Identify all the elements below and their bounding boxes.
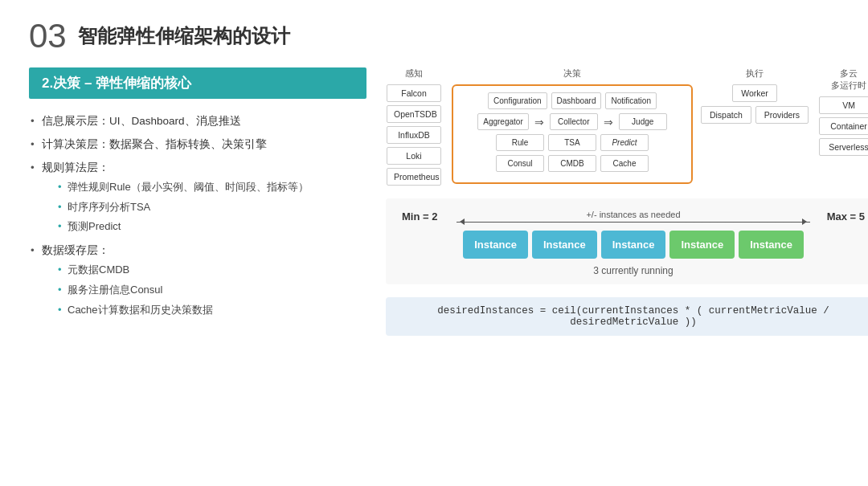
- sense-column: 感知 Falcon OpenTSDB InfluxDB Loki Prometh…: [386, 67, 442, 186]
- decide-row-1: Configuration Dashboard Notification: [460, 92, 685, 109]
- sub-item-3-1: 弹性规则Rule（最小实例、阈值、时间段、指标等）: [56, 178, 366, 198]
- max-label: Max = 5: [817, 210, 865, 223]
- min-label: Min = 2: [402, 210, 450, 223]
- decide-row-4: Consul CMDB Cache: [460, 155, 685, 172]
- execute-label: 执行: [746, 67, 764, 80]
- execute-boxes: Worker Dispatch Providers: [701, 84, 809, 124]
- sub-item-4-2: 服务注册信息Consul: [56, 280, 366, 300]
- sense-boxes: Falcon OpenTSDB InfluxDB Loki Prometheus: [387, 84, 441, 186]
- instance-5: Instance: [739, 231, 804, 259]
- sub-list-3: 弹性规则Rule（最小实例、阈值、时间段、指标等） 时序序列分析TSA 预测Pr…: [42, 178, 366, 237]
- bullet-item-3: 规则算法层： 弹性规则Rule（最小实例、阈值、时间段、指标等） 时序序列分析T…: [29, 157, 366, 239]
- sub-item-3-2: 时序序列分析TSA: [56, 198, 366, 218]
- execute-dispatch: Dispatch: [701, 106, 751, 124]
- sense-influxdb: InfluxDB: [387, 126, 441, 144]
- sense-loki: Loki: [387, 147, 441, 165]
- main-content: 2.决策 – 弹性伸缩的核心 信息展示层：UI、Dashboard、消息推送 计…: [29, 67, 839, 336]
- slide-title: 智能弹性伸缩架构的设计: [78, 23, 290, 49]
- decide-dashboard: Dashboard: [551, 92, 602, 109]
- sense-prometheus: Prometheus: [387, 168, 441, 186]
- decide-container: Configuration Dashboard Notification Agg…: [452, 84, 693, 184]
- slide-number: 03: [29, 19, 67, 53]
- decide-tsa: TSA: [548, 134, 596, 151]
- arrow-area: +/- instances as needed: [457, 210, 810, 223]
- decide-rule: Rule: [496, 134, 544, 151]
- bullet-list: 信息展示层：UI、Dashboard、消息推送 计算决策层：数据聚合、指标转换、…: [29, 110, 366, 323]
- execute-providers: Providers: [755, 106, 809, 124]
- sub-item-4-3: Cache计算数据和历史决策数据: [56, 300, 366, 321]
- sub-item-3-3: 预测Predict: [56, 217, 366, 237]
- header: 03 智能弹性伸缩架构的设计: [29, 19, 839, 53]
- decide-row-2: Aggregator ⇒ Collector ⇒ Judge: [460, 113, 685, 130]
- arch-diagram: 感知 Falcon OpenTSDB InfluxDB Loki Prometh…: [386, 67, 868, 186]
- cloud-label: 多云 多运行时: [831, 67, 866, 92]
- bullet-item-1: 信息展示层：UI、Dashboard、消息推送: [29, 110, 366, 133]
- left-panel: 2.决策 – 弹性伸缩的核心 信息展示层：UI、Dashboard、消息推送 计…: [29, 67, 366, 336]
- cloud-serverless: Serverless: [819, 138, 868, 156]
- instances-row: Instance Instance Instance Instance Inst…: [402, 231, 865, 259]
- execute-row-2: Dispatch Providers: [701, 106, 809, 124]
- right-panel: 感知 Falcon OpenTSDB InfluxDB Loki Prometh…: [386, 67, 868, 336]
- instance-2: Instance: [532, 231, 597, 259]
- cloud-vm: VM: [819, 96, 868, 114]
- instance-1: Instance: [463, 231, 528, 259]
- decide-config: Configuration: [488, 92, 547, 109]
- sense-label: 感知: [405, 67, 423, 80]
- arrow-line-container: [457, 222, 810, 223]
- decide-notification: Notification: [605, 92, 656, 109]
- decide-column: 决策 Configuration Dashboard Notification …: [452, 67, 693, 184]
- decide-label: 决策: [563, 67, 581, 80]
- execute-column: 执行 Worker Dispatch Providers: [702, 67, 807, 124]
- sub-item-4-1: 元数据CMDB: [56, 260, 366, 280]
- section-title: 2.决策 – 弹性伸缩的核心: [29, 67, 366, 99]
- cloud-container: Container: [819, 117, 868, 135]
- arrow-1: ⇒: [534, 116, 544, 129]
- execute-worker: Worker: [732, 84, 777, 102]
- decide-predict: Predict: [600, 134, 649, 151]
- instance-3: Instance: [601, 231, 666, 259]
- running-label: 3 currently running: [402, 265, 865, 276]
- cloud-column: 多云 多运行时 VM Container Serverless: [817, 67, 868, 156]
- arrow-2: ⇒: [604, 116, 613, 129]
- decide-cache: Cache: [600, 155, 649, 172]
- decide-row-3: Rule TSA Predict: [460, 134, 685, 151]
- instance-4: Instance: [669, 231, 735, 259]
- page: 03 智能弹性伸缩架构的设计 2.决策 – 弹性伸缩的核心 信息展示层：UI、D…: [0, 0, 868, 486]
- bullet-item-4: 数据缓存层： 元数据CMDB 服务注册信息Consul Cache计算数据和历史…: [29, 239, 366, 322]
- cloud-boxes: VM Container Serverless: [819, 96, 868, 156]
- decide-collector: Collector: [550, 113, 598, 130]
- sub-list-4: 元数据CMDB 服务注册信息Consul Cache计算数据和历史决策数据: [42, 260, 366, 320]
- arrow-label: +/- instances as needed: [586, 210, 680, 219]
- decide-consul: Consul: [496, 155, 544, 172]
- decide-judge: Judge: [619, 113, 667, 130]
- sense-falcon: Falcon: [387, 84, 441, 102]
- formula-box: desiredInstances = ceil(currentInstances…: [386, 297, 868, 336]
- decide-cmdb: CMDB: [548, 155, 596, 172]
- sense-opentsdb: OpenTSDB: [387, 105, 441, 123]
- scaling-diagram: Min = 2 +/- instances as needed Max = 5: [386, 198, 868, 284]
- bullet-item-2: 计算决策层：数据聚合、指标转换、决策引擎: [29, 133, 366, 157]
- scaling-top: Min = 2 +/- instances as needed Max = 5: [402, 210, 865, 223]
- decide-aggregator: Aggregator: [477, 113, 528, 130]
